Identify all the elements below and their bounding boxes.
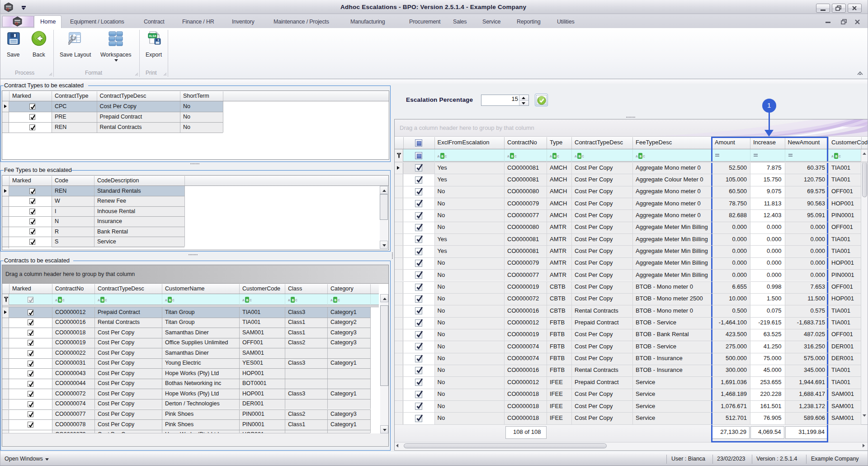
svg-text:XLSX: XLSX (149, 34, 156, 38)
